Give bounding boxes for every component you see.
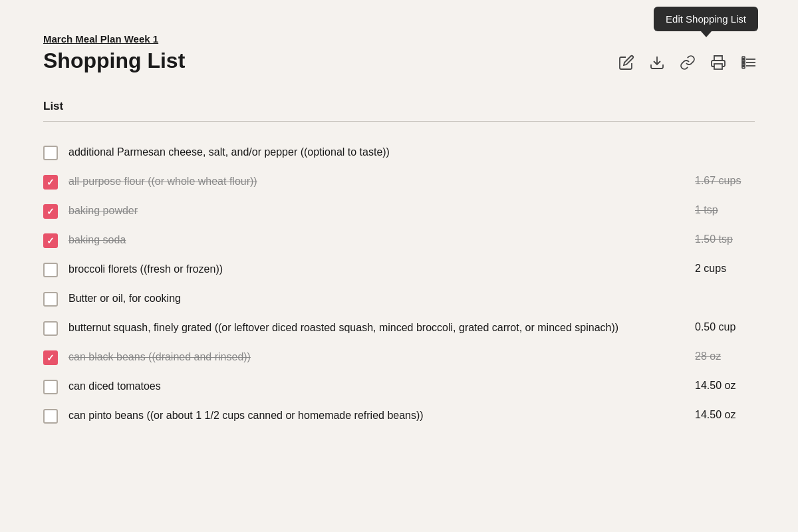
download-icon[interactable] xyxy=(648,53,666,72)
checkbox-1[interactable] xyxy=(43,175,58,190)
item-amount-6: 0.50 cup xyxy=(695,320,755,333)
item-text-5: Butter or oil, for cooking xyxy=(68,291,755,307)
list-item: baking powder1 tsp xyxy=(43,196,755,225)
checkbox-3[interactable] xyxy=(43,233,58,248)
list-item: baking soda1.50 tsp xyxy=(43,225,755,255)
cart-icon[interactable] xyxy=(739,53,758,72)
item-text-6: butternut squash, finely grated ((or lef… xyxy=(68,320,684,336)
section-divider xyxy=(43,121,755,122)
list-item: butternut squash, finely grated ((or lef… xyxy=(43,313,755,342)
checkbox-2[interactable] xyxy=(43,204,58,219)
svg-point-8 xyxy=(743,65,745,67)
checkbox-7[interactable] xyxy=(43,350,58,365)
tooltip-label: Edit Shopping List xyxy=(654,7,758,31)
item-amount-7: 28 oz xyxy=(695,349,755,362)
item-amount-9: 14.50 oz xyxy=(695,408,755,421)
list-item: can black beans ((drained and rinsed))28… xyxy=(43,342,755,372)
item-text-4: broccoli florets ((fresh or frozen)) xyxy=(68,261,684,277)
item-amount-8: 14.50 oz xyxy=(695,378,755,392)
list-item: broccoli florets ((fresh or frozen))2 cu… xyxy=(43,255,755,284)
item-amount-3: 1.50 tsp xyxy=(695,232,755,245)
item-amount-2: 1 tsp xyxy=(695,203,755,216)
link-icon[interactable] xyxy=(678,53,697,72)
item-text-7: can black beans ((drained and rinsed)) xyxy=(68,349,684,365)
svg-point-7 xyxy=(743,62,745,64)
checkbox-6[interactable] xyxy=(43,321,58,336)
item-text-9: can pinto beans ((or about 1 1/2 cups ca… xyxy=(68,408,684,424)
toolbar xyxy=(617,53,758,72)
checkbox-0[interactable] xyxy=(43,146,58,160)
checkbox-4[interactable] xyxy=(43,263,58,277)
item-text-2: baking powder xyxy=(68,203,684,219)
checkbox-8[interactable] xyxy=(43,380,58,394)
svg-point-6 xyxy=(743,59,745,61)
list-item: Butter or oil, for cooking xyxy=(43,284,755,313)
checkbox-5[interactable] xyxy=(43,292,58,307)
section-heading: List xyxy=(43,100,755,113)
edit-icon[interactable] xyxy=(617,53,636,72)
item-text-1: all-purpose flour ((or whole wheat flour… xyxy=(68,174,684,190)
list-item: can diced tomatoes14.50 oz xyxy=(43,372,755,401)
list-item: all-purpose flour ((or whole wheat flour… xyxy=(43,167,755,196)
item-text-8: can diced tomatoes xyxy=(68,378,684,394)
list-item: additional Parmesan cheese, salt, and/or… xyxy=(43,138,755,167)
item-text-3: baking soda xyxy=(68,232,684,248)
tooltip-arrow xyxy=(701,31,712,37)
svg-rect-1 xyxy=(714,64,722,69)
tooltip: Edit Shopping List xyxy=(654,7,758,37)
checkbox-9[interactable] xyxy=(43,409,58,424)
breadcrumb[interactable]: March Meal Plan Week 1 xyxy=(43,33,755,45)
item-text-0: additional Parmesan cheese, salt, and/or… xyxy=(68,144,755,160)
item-amount-1: 1.67 cups xyxy=(695,174,755,187)
shopping-list: additional Parmesan cheese, salt, and/or… xyxy=(43,138,755,430)
list-item: can pinto beans ((or about 1 1/2 cups ca… xyxy=(43,401,755,430)
item-amount-4: 2 cups xyxy=(695,261,755,275)
print-icon[interactable] xyxy=(709,53,728,72)
